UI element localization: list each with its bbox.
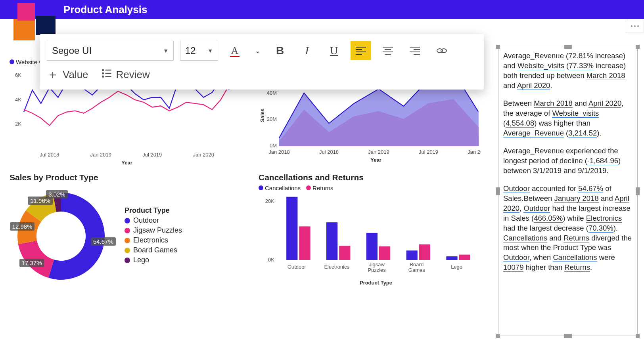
donut-plot: 54.67%17.37%12.98%11.96%3.02%: [10, 185, 113, 288]
underline-button[interactable]: U: [324, 41, 344, 60]
svg-rect-42: [379, 246, 390, 260]
dynamic-value[interactable]: Average_Revenue: [503, 52, 564, 60]
font-family-dropdown[interactable]: Segoe UI ▼: [47, 41, 174, 61]
narrative-paragraph: Outdoor accounted for 54.67% of Sales.Be…: [503, 184, 632, 273]
dynamic-value[interactable]: 70.30%: [588, 224, 613, 233]
narrative-paragraph: Average_Revenue (72.81% increase) and We…: [503, 51, 632, 91]
dynamic-value[interactable]: March 2018: [586, 71, 625, 80]
slice-label: 17.37%: [19, 259, 44, 267]
align-left-button[interactable]: [351, 41, 371, 60]
resize-handle[interactable]: [496, 334, 500, 338]
resize-handle[interactable]: [636, 334, 640, 338]
svg-rect-41: [366, 233, 378, 260]
italic-button[interactable]: I: [297, 41, 317, 60]
legend-item: Outdoor: [125, 216, 182, 225]
dynamic-value[interactable]: 72.81%: [568, 52, 593, 60]
svg-text:Jul 2019: Jul 2019: [142, 152, 162, 158]
y-axis-label: Sales: [259, 109, 265, 122]
dynamic-value[interactable]: Electronics: [586, 214, 622, 223]
dynamic-value[interactable]: Returns: [564, 234, 589, 242]
legend-item: Electronics: [125, 236, 182, 244]
legend-item-label: Outdoor: [133, 216, 159, 225]
dynamic-value[interactable]: -1,684.96: [587, 157, 618, 165]
align-right-button[interactable]: [404, 41, 425, 60]
svg-text:Lego: Lego: [451, 264, 462, 270]
dynamic-value[interactable]: 9/1/2019: [578, 166, 606, 175]
resize-handle[interactable]: [496, 187, 500, 195]
dynamic-value[interactable]: April 2020: [588, 99, 621, 108]
dynamic-value[interactable]: Average_Revenue: [503, 129, 564, 137]
dynamic-value[interactable]: Website_visits: [552, 109, 599, 118]
x-axis-label: Product Type: [259, 280, 493, 286]
dynamic-value[interactable]: 10079: [503, 263, 523, 272]
svg-rect-38: [326, 222, 337, 260]
legend-item-label: Lego: [133, 256, 149, 264]
dynamic-value[interactable]: 3,214.52: [568, 129, 597, 137]
resize-handle[interactable]: [564, 45, 572, 49]
dynamic-value[interactable]: Average_Revenue: [503, 147, 564, 155]
dynamic-value[interactable]: Returns: [564, 263, 590, 272]
plus-icon: ＋: [47, 67, 59, 83]
review-label: Review: [116, 69, 150, 81]
align-center-button[interactable]: [378, 41, 398, 60]
legend-item: Lego: [125, 256, 182, 264]
dynamic-value[interactable]: January 2018: [554, 194, 599, 203]
text-editor-toolbar: Segoe UI ▼ 12 ▼ A ⌄ B I U ＋ Value: [40, 34, 484, 90]
dynamic-value[interactable]: 54.67%: [578, 184, 603, 193]
chevron-down-icon: ▼: [163, 48, 169, 54]
svg-text:2K: 2K: [15, 121, 21, 127]
narrative-paragraph: Average_Revenue experienced the longest …: [503, 146, 632, 176]
review-button[interactable]: Review: [101, 68, 150, 82]
dynamic-value[interactable]: Website_visits: [518, 61, 564, 70]
sales-by-product-type-chart[interactable]: Sales by Product Type 54.67%17.37%12.98%…: [10, 173, 244, 303]
hyperlink-button[interactable]: [431, 41, 452, 60]
review-list-icon: [101, 68, 112, 82]
x-axis-label: Year: [10, 160, 244, 166]
resize-handle[interactable]: [564, 334, 572, 338]
narrative-paragraph: Between March 2018 and April 2020, the a…: [503, 99, 632, 138]
font-size-dropdown[interactable]: 12 ▼: [180, 41, 218, 61]
dynamic-value[interactable]: March 2018: [534, 99, 573, 108]
chart-legend: Cancellations Returns: [259, 185, 493, 191]
dynamic-value[interactable]: 3/1/2019: [533, 166, 562, 175]
svg-text:Jan 2018: Jan 2018: [268, 149, 290, 155]
dynamic-value[interactable]: Cancellations: [553, 253, 597, 262]
narrative-text[interactable]: Average_Revenue (72.81% increase) and We…: [498, 47, 638, 336]
bold-button[interactable]: B: [270, 41, 290, 60]
svg-point-15: [102, 69, 104, 71]
svg-text:Outdoor: Outdoor: [288, 264, 307, 270]
resize-handle[interactable]: [636, 187, 640, 195]
svg-rect-50: [459, 255, 470, 260]
svg-text:Jan 2020: Jan 2020: [468, 149, 481, 155]
dynamic-value[interactable]: 466.05%: [534, 214, 563, 223]
dynamic-value[interactable]: Cancellations: [503, 234, 547, 242]
title-bar: Product Analysis: [0, 0, 644, 19]
legend-item-label: Jigsaw Puzzles: [133, 226, 182, 235]
svg-text:20M: 20M: [267, 116, 277, 122]
font-color-more-button[interactable]: ⌄: [251, 41, 263, 60]
svg-text:6K: 6K: [15, 72, 21, 78]
chart-title: Cancellations and Returns: [259, 173, 493, 182]
smart-narrative-visual[interactable]: Average_Revenue (72.81% increase) and We…: [498, 47, 638, 336]
dynamic-value[interactable]: Outdoor: [503, 184, 530, 193]
dynamic-value[interactable]: April 2020: [517, 81, 550, 90]
resize-handle[interactable]: [636, 45, 640, 49]
slice-label: 3.02%: [46, 190, 68, 198]
svg-text:Jan 2019: Jan 2019: [90, 152, 112, 158]
svg-rect-49: [446, 256, 457, 260]
font-color-button[interactable]: A: [224, 41, 245, 60]
cancellations-returns-chart[interactable]: Cancellations and Returns Cancellations …: [259, 173, 493, 303]
slice-label: 12.98%: [10, 222, 35, 231]
svg-text:4K: 4K: [15, 97, 21, 103]
add-value-button[interactable]: ＋ Value: [47, 67, 88, 83]
dynamic-value[interactable]: Outdoor: [523, 204, 550, 213]
svg-text:Jul 2018: Jul 2018: [319, 149, 339, 155]
dynamic-value[interactable]: 77.33%: [569, 61, 594, 70]
svg-text:Games: Games: [408, 267, 425, 273]
svg-text:40M: 40M: [267, 90, 277, 96]
legend-item-label: Returns: [312, 185, 334, 191]
svg-text:Jigsaw: Jigsaw: [369, 261, 385, 267]
dynamic-value[interactable]: 4,554.08: [506, 119, 534, 128]
resize-handle[interactable]: [496, 45, 500, 49]
dynamic-value[interactable]: Outdoor: [503, 253, 529, 262]
